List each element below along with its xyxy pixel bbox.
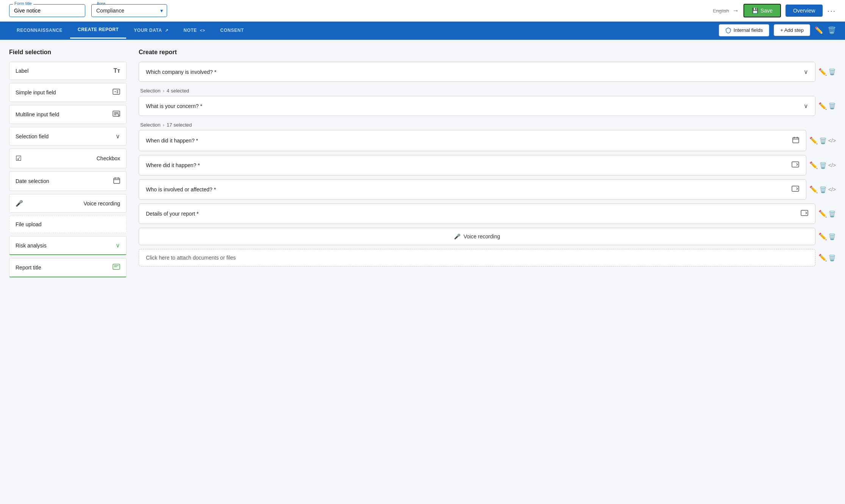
save-button[interactable]: 💾 Save bbox=[743, 4, 781, 17]
simple-input-icon bbox=[113, 89, 120, 96]
save-icon: 💾 bbox=[752, 8, 758, 14]
where-input-icon bbox=[792, 161, 799, 169]
field-item-date[interactable]: Date selection bbox=[9, 171, 127, 191]
report-row-where: Where did it happen? * ✏️ 🗑️ </> bbox=[139, 155, 836, 175]
when-field: When did it happen? * bbox=[139, 130, 806, 151]
voice-field: 🎤 Voice recording bbox=[139, 228, 815, 245]
language-switch: English → bbox=[713, 7, 739, 15]
nav-edit-button[interactable]: ✏️ bbox=[815, 26, 823, 34]
internal-fields-button[interactable]: Internal fields bbox=[719, 24, 769, 36]
company-edit-button[interactable]: ✏️ bbox=[818, 68, 827, 76]
field-item-risk-analysis[interactable]: Risk analysis ∨ bbox=[9, 236, 127, 255]
nav-delete-button[interactable]: 🗑️ bbox=[828, 26, 836, 34]
report-row-when: When did it happen? * ✏️ 🗑️ </> bbox=[139, 130, 836, 151]
company-selection-info: Selection › 4 selected bbox=[139, 86, 836, 96]
top-bar: Form title Area Compliance ▾ English → 💾… bbox=[0, 0, 845, 22]
svg-rect-0 bbox=[113, 89, 120, 94]
form-title-input[interactable] bbox=[9, 4, 85, 17]
concern-selection-info: Selection › 17 selected bbox=[139, 120, 836, 130]
create-report-panel: Create report Which company is involved?… bbox=[127, 49, 836, 489]
nav-bar-right: Internal fields + Add step ✏️ 🗑️ bbox=[719, 24, 836, 36]
lang-text: English bbox=[713, 8, 729, 14]
where-edit-button[interactable]: ✏️ bbox=[809, 161, 818, 169]
file-actions: ✏️ 🗑️ bbox=[818, 254, 836, 262]
report-row-company: Which company is involved? * ∨ ✏️ 🗑️ bbox=[139, 62, 836, 82]
concern-delete-button[interactable]: 🗑️ bbox=[828, 102, 836, 110]
who-field: Who is involved or affected? * bbox=[139, 179, 806, 200]
multiline-icon bbox=[113, 111, 120, 118]
file-edit-button[interactable]: ✏️ bbox=[818, 254, 827, 262]
who-edit-button[interactable]: ✏️ bbox=[809, 185, 818, 194]
when-actions: ✏️ 🗑️ </> bbox=[809, 136, 836, 145]
field-selection-panel: Field selection Label Tт Simple input fi… bbox=[9, 49, 127, 489]
area-select[interactable]: Compliance ▾ bbox=[91, 4, 167, 17]
overview-button[interactable]: Overview bbox=[786, 5, 823, 17]
where-code-button[interactable]: </> bbox=[828, 162, 836, 168]
field-item-multiline[interactable]: Multiline input field bbox=[9, 105, 127, 124]
voice-microphone-icon: 🎤 bbox=[454, 233, 460, 239]
checkbox-icon: ☑ bbox=[16, 154, 22, 163]
details-field: Details of your report * bbox=[139, 203, 815, 224]
top-bar-right: English → 💾 Save Overview ··· bbox=[713, 4, 836, 17]
when-code-button[interactable]: </> bbox=[828, 138, 836, 144]
concern-chevron-icon: ∨ bbox=[804, 102, 808, 110]
field-item-simple-input[interactable]: Simple input field bbox=[9, 83, 127, 102]
details-input-icon bbox=[801, 210, 808, 218]
note-external-icon: <> bbox=[200, 28, 205, 33]
field-item-checkbox[interactable]: ☑ Checkbox bbox=[9, 149, 127, 168]
file-upload-field: Click here to attach documents or files bbox=[139, 249, 815, 266]
field-item-voice[interactable]: 🎤 Voice recording bbox=[9, 194, 127, 213]
details-actions: ✏️ 🗑️ bbox=[818, 210, 836, 218]
create-report-title: Create report bbox=[139, 49, 836, 56]
tab-reconnaissance[interactable]: RECONNAISSANCE bbox=[9, 22, 70, 38]
company-chevron-icon: ∨ bbox=[804, 68, 808, 75]
who-code-button[interactable]: </> bbox=[828, 186, 836, 193]
tab-your-data[interactable]: YOUR DATA ↗ bbox=[126, 22, 176, 38]
concern-field: What is your concern? * ∨ bbox=[139, 96, 815, 116]
voice-delete-button[interactable]: 🗑️ bbox=[828, 233, 836, 240]
who-input-icon bbox=[792, 186, 799, 193]
field-selection-title: Field selection bbox=[9, 49, 127, 56]
report-row-voice: 🎤 Voice recording ✏️ 🗑️ bbox=[139, 228, 836, 245]
company-delete-button[interactable]: 🗑️ bbox=[828, 68, 836, 75]
microphone-icon: 🎤 bbox=[16, 200, 23, 207]
field-item-file-upload[interactable]: File upload bbox=[9, 216, 127, 233]
file-delete-button[interactable]: 🗑️ bbox=[828, 254, 836, 261]
add-step-button[interactable]: + Add step bbox=[774, 24, 810, 36]
details-edit-button[interactable]: ✏️ bbox=[818, 210, 827, 218]
risk-chevron-icon: ∨ bbox=[116, 242, 120, 249]
field-item-selection[interactable]: Selection field ∨ bbox=[9, 127, 127, 146]
concern-selection-chevron-icon: › bbox=[163, 122, 164, 128]
nav-tabs: RECONNAISSANCE CREATE REPORT YOUR DATA ↗… bbox=[9, 22, 251, 39]
details-delete-button[interactable]: 🗑️ bbox=[828, 210, 836, 218]
arrow-right-icon: → bbox=[732, 7, 739, 15]
form-title-label: Form title bbox=[13, 1, 33, 6]
label-icon: Tт bbox=[113, 67, 120, 74]
when-edit-button[interactable]: ✏️ bbox=[809, 136, 818, 145]
svg-rect-16 bbox=[793, 138, 799, 143]
who-delete-button[interactable]: 🗑️ bbox=[819, 186, 827, 193]
more-button[interactable]: ··· bbox=[827, 6, 836, 15]
nav-bar: RECONNAISSANCE CREATE REPORT YOUR DATA ↗… bbox=[0, 22, 845, 40]
concern-edit-button[interactable]: ✏️ bbox=[818, 102, 827, 110]
report-title-icon bbox=[113, 264, 120, 271]
report-row-details: Details of your report * ✏️ 🗑️ bbox=[139, 203, 836, 224]
area-group: Area Compliance ▾ bbox=[91, 4, 167, 17]
selection-chevron-icon: ∨ bbox=[116, 133, 120, 140]
voice-actions: ✏️ 🗑️ bbox=[818, 232, 836, 241]
your-data-external-icon: ↗ bbox=[165, 28, 169, 33]
field-item-label[interactable]: Label Tт bbox=[9, 62, 127, 80]
where-delete-button[interactable]: 🗑️ bbox=[819, 162, 827, 169]
field-item-report-title[interactable]: Report title bbox=[9, 258, 127, 277]
calendar-icon bbox=[113, 177, 120, 185]
voice-edit-button[interactable]: ✏️ bbox=[818, 232, 827, 241]
report-row-who: Who is involved or affected? * ✏️ 🗑️ </> bbox=[139, 179, 836, 200]
concern-actions: ✏️ 🗑️ bbox=[818, 102, 836, 110]
form-title-group: Form title bbox=[9, 4, 85, 17]
when-delete-button[interactable]: 🗑️ bbox=[819, 137, 827, 144]
tab-consent[interactable]: CONSENT bbox=[213, 22, 251, 38]
company-actions: ✏️ 🗑️ bbox=[818, 68, 836, 76]
where-actions: ✏️ 🗑️ </> bbox=[809, 161, 836, 169]
tab-note[interactable]: NOTE <> bbox=[176, 22, 213, 38]
tab-create-report[interactable]: CREATE REPORT bbox=[70, 22, 126, 39]
